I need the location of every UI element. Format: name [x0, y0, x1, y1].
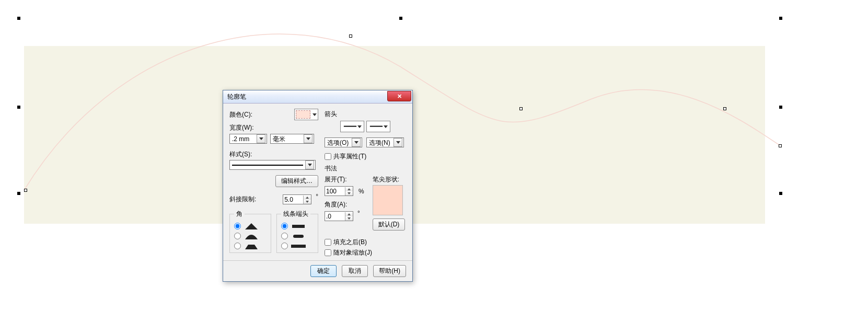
- width-combo[interactable]: .2 mm: [229, 134, 267, 144]
- svg-rect-2: [292, 225, 305, 228]
- width-label: 宽度(W):: [229, 123, 254, 132]
- curve-node[interactable]: [349, 34, 352, 38]
- cap-round-icon: [291, 233, 306, 239]
- chevron-down-icon: [304, 134, 313, 143]
- cap-flat-radio[interactable]: [281, 223, 288, 229]
- curve-node[interactable]: [24, 189, 27, 192]
- selection-handle[interactable]: [17, 17, 20, 20]
- chevron-down-icon: [313, 113, 317, 116]
- cap-square-icon: [291, 243, 306, 249]
- cancel-button[interactable]: 取消: [342, 265, 368, 277]
- selection-handle[interactable]: [17, 192, 20, 195]
- chevron-down-icon: [394, 138, 402, 147]
- cap-flat-icon: [291, 223, 306, 229]
- caps-legend: 线条端头: [281, 210, 310, 218]
- scale-with-object-checkbox[interactable]: [325, 249, 331, 256]
- corner-bevel-icon: [244, 243, 259, 249]
- share-attributes-label: 共享属性(T): [333, 152, 366, 161]
- ok-button[interactable]: 确定: [310, 265, 337, 277]
- color-label: 颜色(C):: [229, 110, 252, 119]
- corner-bevel-radio[interactable]: [234, 243, 241, 249]
- arrow-label: 箭头: [325, 110, 406, 119]
- scale-with-object-label: 随对象缩放(J): [333, 248, 372, 257]
- unit-value: 毫米: [273, 135, 302, 143]
- percent-suffix: %: [358, 188, 364, 195]
- corner-legend: 角: [234, 210, 245, 218]
- degree-symbol: °: [316, 193, 318, 200]
- caps-fieldset: 线条端头: [276, 210, 318, 253]
- miter-input[interactable]: [283, 196, 303, 203]
- corner-round-radio[interactable]: [234, 233, 241, 239]
- cap-square-radio[interactable]: [281, 243, 288, 249]
- spread-spinner[interactable]: [325, 186, 353, 196]
- curve-node[interactable]: [519, 107, 523, 110]
- nib-preview: [373, 185, 403, 215]
- angle-label: 角度(A):: [325, 200, 364, 209]
- corner-miter-icon: [244, 223, 259, 229]
- width-value: .2 mm: [232, 135, 254, 143]
- chevron-down-icon: [257, 134, 265, 143]
- selection-handle[interactable]: [779, 17, 782, 20]
- calligraphy-label: 书法: [325, 164, 406, 173]
- arrow-start-picker[interactable]: [340, 121, 364, 132]
- svg-marker-1: [245, 245, 258, 249]
- chevron-down-icon: [305, 160, 314, 169]
- close-icon: ✕: [397, 93, 402, 100]
- arrow-end-picker[interactable]: [366, 121, 390, 132]
- nib-label: 笔尖形状:: [373, 176, 399, 183]
- miter-label: 斜接限制:: [229, 195, 256, 204]
- chevron-down-icon: [357, 125, 362, 128]
- degree-symbol: °: [357, 210, 360, 217]
- selection-handle[interactable]: [17, 106, 20, 109]
- corner-fieldset: 角: [229, 210, 271, 253]
- color-swatch: [296, 110, 310, 119]
- style-label: 样式(S):: [229, 150, 252, 159]
- behind-fill-label: 填充之后(B): [333, 238, 367, 247]
- color-picker[interactable]: [294, 109, 318, 120]
- canvas-area[interactable]: [0, 0, 868, 322]
- help-button[interactable]: 帮助(H): [373, 265, 406, 277]
- selection-handle[interactable]: [399, 17, 402, 20]
- left-column: 颜色(C): 宽度(W): .2 mm 毫米: [229, 109, 318, 257]
- edit-style-button[interactable]: 编辑样式…: [275, 175, 318, 187]
- curve-node[interactable]: [723, 107, 726, 110]
- dialog-titlebar[interactable]: 轮廓笔 ✕: [223, 90, 412, 104]
- dialog-body: 颜色(C): 宽度(W): .2 mm 毫米: [223, 104, 412, 260]
- line-style-preview: [232, 165, 303, 166]
- behind-fill-checkbox[interactable]: [325, 239, 331, 246]
- svg-rect-4: [291, 245, 306, 248]
- dialog-footer: 确定 取消 帮助(H): [223, 260, 412, 281]
- arrow-options-right[interactable]: 选项(N): [366, 137, 404, 147]
- arrow-options-left[interactable]: 选项(O): [325, 137, 362, 147]
- angle-spinner[interactable]: [325, 211, 353, 221]
- cap-round-radio[interactable]: [281, 233, 288, 239]
- close-button[interactable]: ✕: [387, 91, 411, 101]
- spread-label: 展开(T):: [325, 175, 364, 184]
- corner-miter-radio[interactable]: [234, 223, 241, 229]
- chevron-down-icon: [352, 138, 361, 147]
- share-attributes-checkbox[interactable]: [325, 153, 331, 160]
- style-combo[interactable]: [229, 160, 316, 170]
- selection-handle[interactable]: [779, 192, 782, 195]
- corner-round-icon: [244, 233, 259, 239]
- curve-node[interactable]: [779, 144, 782, 147]
- svg-rect-3: [293, 235, 304, 238]
- selection-handle[interactable]: [779, 106, 782, 109]
- spread-input[interactable]: [325, 187, 345, 195]
- dialog-title: 轮廓笔: [227, 93, 387, 101]
- chevron-down-icon: [384, 125, 388, 128]
- outline-pen-dialog: 轮廓笔 ✕ 颜色(C): 宽度(W): .2 mm: [223, 90, 413, 282]
- miter-spinner[interactable]: [283, 194, 311, 204]
- svg-marker-0: [245, 223, 258, 229]
- default-button[interactable]: 默认(D): [373, 218, 406, 231]
- unit-combo[interactable]: 毫米: [270, 134, 314, 144]
- right-column: 箭头 选项(O) 选项(N): [325, 109, 406, 257]
- angle-input[interactable]: [325, 212, 345, 220]
